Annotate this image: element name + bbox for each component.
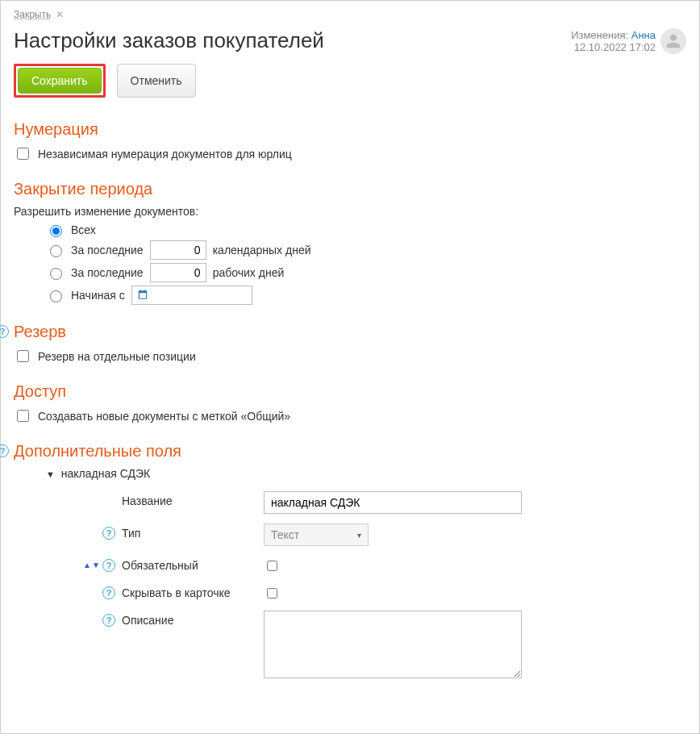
page-title: Настройки заказов покупателей <box>14 28 324 53</box>
radio-all-label: Всех <box>71 223 96 236</box>
close-link[interactable]: Закрыть <box>14 9 51 20</box>
type-value: Текст <box>271 528 299 541</box>
meta-block: Изменения: Анна 12.10.2022 17:02 <box>571 28 686 54</box>
help-icon[interactable]: ? <box>102 614 115 627</box>
section-reserve: ? Резерв Резерв на отдельные позиции <box>14 323 686 365</box>
extra-tree: ▼ накладная СДЭК ▲▼ ✕ Название ? Тип <box>46 467 686 678</box>
settings-window: Закрыть ✕ Настройки заказов покупателей … <box>0 0 700 734</box>
row-hide: ? Скрывать в карточке <box>102 583 686 601</box>
radio-work-suffix: рабочих дней <box>213 266 285 279</box>
radio-calendar-prefix: За последние <box>71 244 144 256</box>
required-checkbox[interactable] <box>267 561 277 571</box>
close-row: Закрыть ✕ <box>14 7 686 20</box>
numbering-title: Нумерация <box>14 120 686 139</box>
reserve-title: Резерв <box>14 323 686 341</box>
extra-group-label[interactable]: накладная СДЭК <box>61 467 150 480</box>
type-label: Тип <box>122 527 140 540</box>
user-icon <box>665 33 681 49</box>
period-title: Закрытие периода <box>14 180 686 198</box>
help-icon[interactable]: ? <box>102 559 115 572</box>
changes-label: Изменения: <box>571 29 628 41</box>
extra-title: Дополнительные поля <box>14 442 686 461</box>
section-extra: ? Дополнительные поля ▼ накладная СДЭК ▲… <box>14 442 686 678</box>
radio-from[interactable] <box>50 290 62 302</box>
radio-work-prefix: За последние <box>71 266 144 279</box>
reserve-checkbox[interactable] <box>17 350 29 362</box>
access-checkbox-label: Создавать новые документы с меткой «Общи… <box>38 410 290 423</box>
reserve-checkbox-row[interactable]: Резерв на отдельные позиции <box>14 348 686 365</box>
type-select[interactable]: Текст ▾ <box>264 523 369 546</box>
help-icon[interactable]: ? <box>102 586 115 599</box>
access-checkbox-row[interactable]: Создавать новые документы с меткой «Общи… <box>14 407 686 424</box>
desc-textarea[interactable] <box>264 611 522 678</box>
radio-all[interactable] <box>50 225 62 237</box>
period-sub: Разрешить изменение документов: <box>14 205 686 218</box>
header: Настройки заказов покупателей Изменения:… <box>14 28 686 54</box>
access-checkbox[interactable] <box>17 410 29 422</box>
help-icon[interactable]: ? <box>0 325 9 338</box>
arrow-up-icon[interactable]: ▲ <box>83 561 91 569</box>
row-name: Название <box>102 491 686 514</box>
cancel-button[interactable]: Отменить <box>117 64 196 98</box>
caret-down-icon[interactable]: ▼ <box>46 469 55 479</box>
desc-label: Описание <box>122 614 173 627</box>
help-icon[interactable]: ? <box>0 444 9 457</box>
save-highlight: Сохранить <box>14 64 106 98</box>
date-from-input[interactable] <box>131 286 252 305</box>
radio-work[interactable] <box>50 268 62 280</box>
button-row: Сохранить Отменить <box>14 64 686 98</box>
user-link[interactable]: Анна <box>631 29 656 41</box>
period-radio-group: Всех За последние календарных дней За по… <box>46 223 686 305</box>
close-icon[interactable]: ✕ <box>56 9 64 20</box>
sort-arrows[interactable]: ▲▼ <box>83 561 100 569</box>
radio-work-row[interactable]: За последние рабочих дней <box>46 263 686 282</box>
field-grid: ▲▼ ✕ Название ? Тип Текст ▾ <box>102 491 686 678</box>
chevron-down-icon: ▾ <box>357 531 361 540</box>
row-desc: ? Описание <box>102 611 686 678</box>
radio-calendar-suffix: календарных дней <box>213 244 311 256</box>
avatar[interactable] <box>660 28 686 54</box>
save-button[interactable]: Сохранить <box>18 68 102 94</box>
radio-calendar[interactable] <box>50 245 62 257</box>
reserve-checkbox-label: Резерв на отдельные позиции <box>38 350 196 363</box>
row-required: ? Обязательный <box>102 556 686 573</box>
section-period: Закрытие периода Разрешить изменение док… <box>14 180 686 305</box>
radio-from-prefix: Начиная с <box>71 289 125 302</box>
numbering-checkbox-label: Независимая нумерация документов для юрл… <box>38 148 292 161</box>
name-label: Название <box>122 494 173 507</box>
radio-all-row[interactable]: Всех <box>46 223 686 237</box>
name-input[interactable] <box>264 491 522 514</box>
numbering-checkbox-row[interactable]: Независимая нумерация документов для юрл… <box>14 145 686 162</box>
help-icon[interactable]: ? <box>102 527 115 540</box>
radio-from-row[interactable]: Начиная с <box>46 286 686 305</box>
required-label: Обязательный <box>122 559 198 572</box>
section-numbering: Нумерация Независимая нумерация документ… <box>14 120 686 162</box>
hide-checkbox[interactable] <box>267 588 277 598</box>
timestamp: 12.10.2022 17:02 <box>574 41 656 53</box>
arrow-down-icon[interactable]: ▼ <box>92 561 100 569</box>
row-type: ? Тип Текст ▾ <box>102 523 686 546</box>
numbering-checkbox[interactable] <box>17 148 29 160</box>
calendar-icon <box>137 289 148 302</box>
hide-label: Скрывать в карточке <box>122 586 231 599</box>
radio-calendar-row[interactable]: За последние календарных дней <box>46 240 686 260</box>
calendar-days-input[interactable] <box>150 240 206 260</box>
section-access: Доступ Создавать новые документы с метко… <box>14 382 686 424</box>
access-title: Доступ <box>14 382 686 401</box>
work-days-input[interactable] <box>150 263 206 282</box>
